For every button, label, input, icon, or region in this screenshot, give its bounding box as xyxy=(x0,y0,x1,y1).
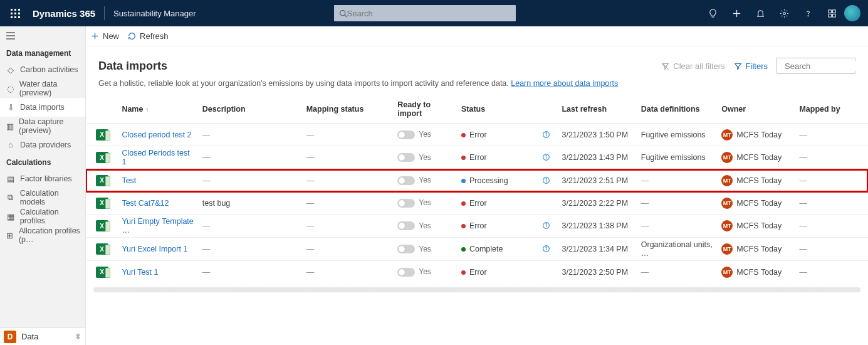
cell-dash: — xyxy=(202,221,211,230)
owner-chip[interactable]: MTMCFS Today xyxy=(721,152,782,163)
owner-chip[interactable]: MTMCFS Today xyxy=(721,267,782,278)
gear-icon[interactable] xyxy=(773,2,795,24)
table-row[interactable]: XClosed Periods test 1——YesError3/21/202… xyxy=(86,146,868,169)
table-row[interactable]: XYuri Test 1——YesError3/21/2023 2:50 PM—… xyxy=(86,261,868,284)
owner-label: MCFS Today xyxy=(736,130,782,139)
ready-toggle[interactable] xyxy=(397,268,415,277)
cell-dash: — xyxy=(799,221,807,230)
col-status[interactable]: Status xyxy=(458,95,558,124)
owner-label: MCFS Today xyxy=(736,268,782,277)
row-name-link[interactable]: Closed Periods test 1 xyxy=(122,149,189,166)
nav-data-providers[interactable]: ⌂Data providers xyxy=(0,135,85,154)
ready-label: Yes xyxy=(419,267,431,276)
horizontal-scrollbar[interactable] xyxy=(93,287,860,292)
cell-desc: — xyxy=(199,261,303,284)
owner-label: MCFS Today xyxy=(736,176,782,185)
cell-dash: — xyxy=(306,176,315,185)
ready-toggle[interactable] xyxy=(397,245,415,253)
nav-carbon-activities[interactable]: ◇Carbon activities xyxy=(0,60,85,79)
cell-dash: — xyxy=(306,130,315,139)
row-name-link[interactable]: Yuri Empty Template … xyxy=(122,217,193,235)
lightbulb-icon[interactable] xyxy=(701,2,724,24)
table-row[interactable]: XTest Cat7&12test bug—YesError3/21/2023 … xyxy=(86,192,868,215)
col-mapped[interactable]: Mapped by xyxy=(795,95,868,124)
owner-label: MCFS Today xyxy=(736,199,782,208)
info-icon[interactable] xyxy=(542,153,550,161)
help-icon[interactable] xyxy=(797,2,819,24)
row-name-link[interactable]: Yuri Excel Import 1 xyxy=(122,245,187,253)
hamburger-icon[interactable] xyxy=(0,26,85,45)
col-owner[interactable]: Owner xyxy=(718,95,795,124)
row-name-link[interactable]: Test xyxy=(122,176,136,185)
row-name-link[interactable]: Yuri Test 1 xyxy=(122,268,158,277)
col-ready[interactable]: Ready to import xyxy=(394,95,458,124)
owner-chip[interactable]: MTMCFS Today xyxy=(721,220,782,231)
filters-button[interactable]: Filters xyxy=(734,61,768,71)
cell-refresh: 3/21/2023 2:50 PM xyxy=(558,261,637,284)
owner-chip[interactable]: MTMCFS Today xyxy=(721,175,782,186)
bell-icon[interactable] xyxy=(749,2,771,24)
svg-rect-3 xyxy=(11,13,13,14)
info-icon[interactable] xyxy=(542,221,550,230)
table-header-row: Name↑ Description Mapping status Ready t… xyxy=(86,95,868,124)
leaf-icon: ◇ xyxy=(6,65,15,74)
owner-chip[interactable]: MTMCFS Today xyxy=(721,198,782,209)
nav-area-switcher[interactable]: D Data ⇳ xyxy=(0,327,85,345)
col-refresh[interactable]: Last refresh xyxy=(558,95,637,124)
status-dot xyxy=(461,156,466,160)
chevron-updown-icon: ⇳ xyxy=(75,332,81,341)
cell-desc: test bug xyxy=(199,192,303,215)
table-row[interactable]: XYuri Excel Import 1——YesComplete3/21/20… xyxy=(86,238,868,261)
owner-chip[interactable]: MTMCFS Today xyxy=(721,129,782,141)
nav-label: Data capture (preview) xyxy=(19,117,85,135)
nav-water-data[interactable]: ◌Water data (preview) xyxy=(0,79,85,98)
profile-icon: ▦ xyxy=(6,212,15,221)
status-label: Error xyxy=(469,199,487,208)
table-row[interactable]: XClosed period test 2——YesError3/21/2023… xyxy=(86,124,868,146)
new-button[interactable]: New xyxy=(91,31,119,41)
nav-calc-models[interactable]: ⧉Calculation models xyxy=(0,188,85,207)
ready-toggle[interactable] xyxy=(397,199,415,208)
ready-toggle[interactable] xyxy=(397,153,415,162)
col-mapping[interactable]: Mapping status xyxy=(303,95,394,124)
nav-data-capture[interactable]: ▥Data capture (preview) xyxy=(0,117,85,135)
owner-chip[interactable]: MTMCFS Today xyxy=(721,243,782,255)
nav-calc-profiles[interactable]: ▦Calculation profiles xyxy=(0,207,85,226)
info-icon[interactable] xyxy=(542,130,550,139)
info-icon[interactable] xyxy=(542,245,550,253)
plus-icon[interactable] xyxy=(725,2,748,24)
grid-search-input[interactable] xyxy=(785,61,868,71)
refresh-button[interactable]: Refresh xyxy=(128,31,169,41)
cell-dash: — xyxy=(799,245,807,253)
learn-more-link[interactable]: Learn more about data imports xyxy=(511,79,618,88)
grid-search[interactable] xyxy=(776,58,855,74)
nav-label: Calculation models xyxy=(20,189,85,206)
col-name[interactable]: Name↑ xyxy=(118,95,198,124)
nav-data-imports[interactable]: ⇩Data imports xyxy=(0,98,85,117)
cell-desc: — xyxy=(199,124,303,146)
table-row[interactable]: XTest——YesProcessing3/21/2023 2:51 PM—MT… xyxy=(86,169,868,192)
global-search[interactable] xyxy=(334,5,516,21)
row-name-link[interactable]: Test Cat7&12 xyxy=(122,199,169,208)
app-launcher-icon[interactable] xyxy=(4,2,26,24)
col-file[interactable] xyxy=(86,95,118,124)
clear-filters-button[interactable]: Clear all filters xyxy=(661,61,724,71)
row-name-link[interactable]: Closed period test 2 xyxy=(122,130,191,139)
ready-toggle[interactable] xyxy=(397,221,415,230)
nav-alloc-profiles[interactable]: ⊞Allocation profiles (p… xyxy=(0,226,85,245)
user-avatar[interactable] xyxy=(844,5,860,21)
app-name-label[interactable]: Sustainability Manager xyxy=(107,9,196,18)
nav-label: Calculation profiles xyxy=(20,208,85,225)
col-desc[interactable]: Description xyxy=(199,95,303,124)
info-icon[interactable] xyxy=(542,176,550,184)
nav-factor-libraries[interactable]: ▤Factor libraries xyxy=(0,169,85,188)
ready-toggle[interactable] xyxy=(397,176,415,185)
table-row[interactable]: XYuri Empty Template …——YesError3/21/202… xyxy=(86,215,868,238)
excel-icon: X xyxy=(96,220,108,231)
col-def[interactable]: Data definitions xyxy=(637,95,718,124)
brand-label[interactable]: Dynamics 365 xyxy=(26,8,102,19)
ready-toggle[interactable] xyxy=(397,130,415,139)
global-search-input[interactable] xyxy=(347,9,511,18)
grid-icon[interactable] xyxy=(820,2,843,24)
svg-rect-2 xyxy=(18,9,20,11)
